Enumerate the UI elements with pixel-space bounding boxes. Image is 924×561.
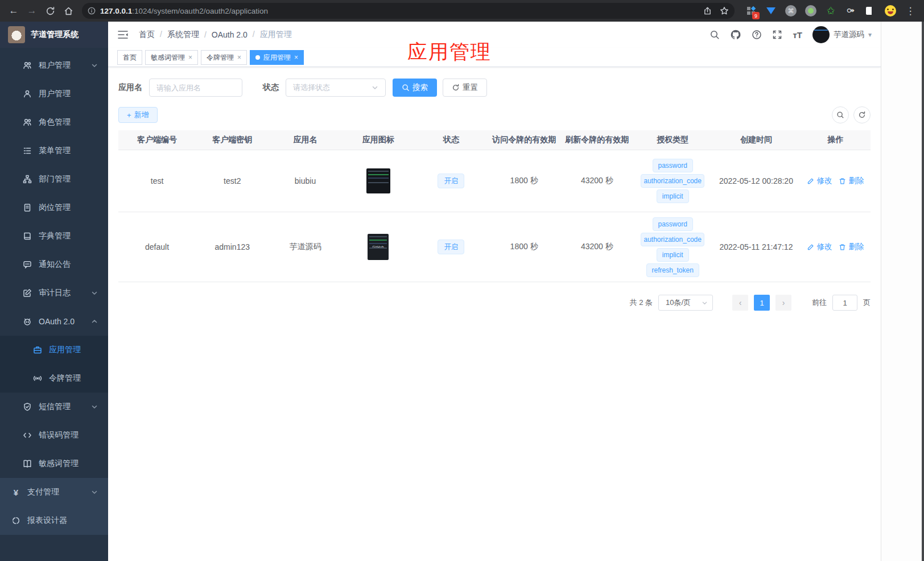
puzzle-extension-icon[interactable]: ⚩ xyxy=(844,5,857,17)
delete-button[interactable]: 删除 xyxy=(839,176,864,186)
prev-page-button[interactable]: ‹ xyxy=(732,295,748,311)
font-size-icon[interactable]: тT xyxy=(793,30,802,40)
robot-icon xyxy=(23,317,32,326)
app-title: 芋道管理系统 xyxy=(31,30,79,40)
chevron-up-icon xyxy=(91,318,98,325)
user-name: 芋道源码 xyxy=(834,30,864,40)
sidebar-item-sms[interactable]: 短信管理 xyxy=(0,393,108,421)
gem-extension-icon[interactable] xyxy=(765,5,777,17)
browser-menu-icon[interactable]: ⋮ xyxy=(902,3,918,19)
sidebar-item-audit-log[interactable]: 审计日志 xyxy=(0,279,108,307)
page-1-button[interactable]: 1 xyxy=(754,295,770,311)
bookmark-star-icon[interactable] xyxy=(720,6,729,15)
recorder-extension-icon[interactable] xyxy=(805,5,817,17)
help-icon[interactable] xyxy=(752,30,762,40)
sidepanel-extension-icon[interactable] xyxy=(864,5,877,17)
sidebar-item-user[interactable]: 用户管理 xyxy=(0,80,108,108)
edit-button[interactable]: 修改 xyxy=(807,242,832,252)
users-icon xyxy=(23,61,32,70)
edit-button[interactable]: 修改 xyxy=(807,176,832,186)
app-name: biubiu xyxy=(269,176,341,185)
sidebar: 芋道管理系统 租户管理 用户管理 角色管理 菜单 xyxy=(0,22,108,561)
sidebar-item-notice[interactable]: 通知公告 xyxy=(0,250,108,279)
sidebar-item-token[interactable]: 令牌管理 xyxy=(0,364,108,393)
breadcrumb-oauth2[interactable]: OAuth 2.0 xyxy=(204,30,248,39)
sidebar-item-report-designer[interactable]: 报表设计器 xyxy=(0,506,108,535)
user-menu[interactable]: 芋道源码 ▾ xyxy=(812,26,872,43)
app-name-input[interactable] xyxy=(149,79,242,97)
filter-form: 应用名 状态 请选择状态 搜索 重置 xyxy=(118,79,871,97)
home-icon[interactable] xyxy=(60,3,76,19)
share-icon[interactable] xyxy=(703,7,712,15)
chevron-down-icon xyxy=(372,84,378,91)
close-icon[interactable]: × xyxy=(188,53,192,61)
org-chart-icon xyxy=(23,175,32,184)
tab-token[interactable]: 令牌管理 × xyxy=(201,50,247,65)
add-button[interactable]: + 新增 xyxy=(118,107,158,123)
reload-icon[interactable] xyxy=(42,3,58,19)
show-search-toggle-icon[interactable] xyxy=(832,106,849,123)
close-icon[interactable]: × xyxy=(294,53,298,61)
total-count: 共 2 条 xyxy=(630,298,653,308)
client-secret: test2 xyxy=(196,176,269,185)
tabs-bar: 首页 敏感词管理 × 令牌管理 × 应用管理 × xyxy=(108,48,881,67)
page-unit-label: 页 xyxy=(863,298,871,308)
forward-icon[interactable]: → xyxy=(24,3,40,19)
code-icon xyxy=(23,431,32,440)
tab-sensitive-words[interactable]: 敏感词管理 × xyxy=(145,50,198,65)
info-icon xyxy=(88,7,96,15)
reset-button[interactable]: 重置 xyxy=(443,79,487,97)
breadcrumb-home[interactable]: 首页 xyxy=(139,30,155,40)
search-button[interactable]: 搜索 xyxy=(393,79,437,97)
status-badge: 开启 xyxy=(438,174,464,188)
sidebar-item-errcode[interactable]: 错误码管理 xyxy=(0,421,108,449)
tab-application[interactable]: 应用管理 × xyxy=(250,50,304,65)
sidebar-item-pay[interactable]: ¥ 支付管理 xyxy=(0,478,108,506)
sidebar-item-role[interactable]: 角色管理 xyxy=(0,108,108,137)
collapse-sidebar-icon[interactable] xyxy=(117,28,130,41)
sidebar-item-tenant[interactable]: 租户管理 xyxy=(0,51,108,80)
sidebar-item-oauth2[interactable]: OAuth 2.0 xyxy=(0,307,108,336)
briefcase-icon xyxy=(33,345,42,354)
page-size-select[interactable]: 10条/页 xyxy=(658,295,713,311)
delete-button[interactable]: 删除 xyxy=(839,242,864,252)
caret-down-icon: ▾ xyxy=(868,31,872,39)
screen: ← → 127.0.0.1:1024/system/oauth2/oauth2/… xyxy=(0,0,924,561)
url-text: 127.0.0.1:1024/system/oauth2/oauth2/appl… xyxy=(100,7,699,15)
right-gutter xyxy=(881,22,924,561)
grid-extension-icon[interactable]: 9 xyxy=(745,5,757,17)
sidebar-item-dict[interactable]: 字典管理 xyxy=(0,222,108,250)
next-page-button[interactable]: › xyxy=(776,295,791,311)
sidebar-item-post[interactable]: 岗位管理 xyxy=(0,193,108,222)
access-token-validity: 1800 秒 xyxy=(488,176,560,186)
dictionary-book-icon xyxy=(23,232,32,241)
edit-log-icon xyxy=(23,288,32,298)
status-label: 状态 xyxy=(263,82,279,93)
fullscreen-icon[interactable] xyxy=(772,30,782,40)
refresh-table-icon[interactable] xyxy=(853,106,871,123)
command-extension-icon[interactable]: ⌘ xyxy=(785,5,797,17)
sidebar-item-application[interactable]: 应用管理 xyxy=(0,336,108,364)
url-bar[interactable]: 127.0.0.1:1024/system/oauth2/oauth2/appl… xyxy=(82,3,735,19)
back-icon[interactable]: ← xyxy=(6,3,22,19)
breadcrumb-system[interactable]: 系统管理 xyxy=(160,30,199,40)
close-icon[interactable]: × xyxy=(237,53,241,61)
page-content: 应用名 状态 请选择状态 搜索 重置 xyxy=(108,67,881,561)
emoji-extension-icon[interactable] xyxy=(884,5,897,17)
github-icon[interactable] xyxy=(730,29,741,40)
status-select[interactable]: 请选择状态 xyxy=(286,79,386,97)
main-header: 首页 系统管理 OAuth 2.0 应用管理 тT 芋道源码 ▾ xyxy=(108,22,881,48)
tab-home[interactable]: 首页 xyxy=(117,50,142,65)
sidebar-item-dept[interactable]: 部门管理 xyxy=(0,165,108,193)
access-token-validity: 1800 秒 xyxy=(488,242,560,252)
created-at: 2022-05-12 00:28:20 xyxy=(712,176,801,185)
app-logo-bar[interactable]: 芋道管理系统 xyxy=(0,22,108,48)
yen-icon: ¥ xyxy=(11,488,20,497)
sidebar-item-menu[interactable]: 菜单管理 xyxy=(0,137,108,165)
sidebar-item-sensitive[interactable]: 敏感词管理 xyxy=(0,449,108,478)
search-icon[interactable] xyxy=(710,30,720,40)
star-extension-icon[interactable]: ✩ xyxy=(824,5,837,17)
app-icon-thumbnail: GitHub xyxy=(368,234,389,260)
grant-type-tags: password authorization_code implicit ref… xyxy=(641,217,704,277)
goto-page-input[interactable] xyxy=(832,295,857,311)
